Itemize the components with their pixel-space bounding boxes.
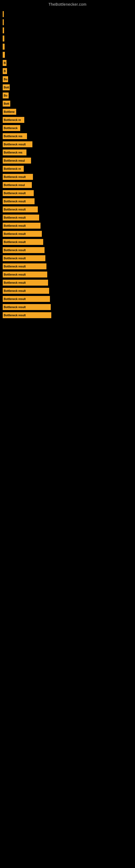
bar-row: Bottleneck result — [3, 230, 135, 238]
bar-row — [3, 10, 135, 18]
bar-row: Bottleneck result — [3, 222, 135, 229]
bar-label: Bottleneck resul — [4, 159, 25, 162]
bar-row: Bottleneck result — [3, 246, 135, 254]
bar: Bottleneck result — [3, 247, 45, 253]
bar-label: Bottleneck result — [4, 143, 26, 146]
bar: Bottleneck result — [3, 141, 32, 147]
bar: Bottleneck result — [3, 239, 43, 245]
bar-row: Bo — [3, 75, 135, 83]
page-wrapper: TheBottlenecker.com BBBoBottBoBottBottle… — [0, 0, 135, 322]
bar: Bottleneck result — [3, 304, 51, 310]
bar: Bottleneck result — [3, 288, 49, 294]
bar: Bottleneck result — [3, 272, 47, 278]
bar-label: Bo — [4, 78, 7, 81]
bar-label: Bottleneck result — [4, 232, 26, 236]
bar: Bottleneck result — [3, 215, 39, 220]
bar-row: Bott — [3, 84, 135, 91]
bar-row: Bottleneck result — [3, 206, 135, 213]
bar-row: Bottleneck res — [3, 132, 135, 140]
bar-row: Bottleneck result — [3, 189, 135, 197]
bar-label: Bottleneck result — [4, 208, 26, 211]
bar: Bottleneck result — [3, 280, 48, 286]
bar-row: B — [3, 59, 135, 67]
bar — [3, 11, 4, 17]
bar-row — [3, 51, 135, 59]
bar-row: Bottleneck re — [3, 165, 135, 173]
bar-label: Bottleneck result — [4, 224, 26, 227]
bar-row: Bottleneck result — [3, 295, 135, 303]
bar-label: Bottleneck result — [4, 265, 26, 268]
bar-label: Bott — [4, 86, 9, 89]
bar-label: Bottleneck re — [4, 119, 21, 122]
bar-label: Bo — [4, 94, 7, 97]
bar-label: Bottlene — [4, 111, 14, 113]
bar: Bottleneck res — [3, 150, 27, 155]
bar-row: Bottleneck result — [3, 303, 135, 311]
bar-label: Bottleneck result — [4, 298, 26, 301]
bar: Bottleneck result — [3, 264, 46, 269]
bar-row: Bottleneck result — [3, 141, 135, 148]
bar: Bottleneck resul — [3, 182, 32, 188]
bar-label: Bottleneck result — [4, 257, 26, 260]
bar: Bottleneck result — [3, 223, 41, 229]
bar-row: Bottleneck result — [3, 214, 135, 221]
bar: Bottleneck result — [3, 231, 42, 237]
bar-label: Bottleneck res — [4, 135, 22, 138]
bar — [3, 44, 5, 50]
bars-container: BBBoBottBoBottBottleneBottleneck reBottl… — [0, 8, 135, 322]
bar-label: Bott — [4, 102, 9, 105]
bar: Bottlene — [3, 109, 16, 115]
bar-label: Bottleneck result — [4, 289, 26, 292]
bar-label: Bottleneck result — [4, 249, 26, 252]
bar-label: Bottleneck result — [4, 200, 26, 203]
bar: Bottleneck resul — [3, 158, 31, 163]
bar: Bottleneck result — [3, 255, 45, 261]
bar-row: Bottleneck result — [3, 311, 135, 319]
bar-label: Bottleneck result — [4, 273, 26, 276]
bar-row: Bottleneck result — [3, 173, 135, 181]
bar: Bottleneck result — [3, 190, 34, 196]
bar-row: B — [3, 67, 135, 75]
bar-label: Bottleneck re — [4, 167, 21, 170]
bar-label: Bottleneck result — [4, 306, 26, 309]
bar-label: Bottleneck result — [4, 192, 26, 195]
bar-label: Bottleneck res — [4, 151, 22, 154]
bar-row: Bottleneck re — [3, 116, 135, 124]
bar — [3, 27, 4, 33]
bar: B — [3, 60, 6, 66]
bar-label: Bottleneck result — [4, 216, 26, 219]
bar: Bott — [3, 101, 10, 106]
bar: Bo — [3, 93, 9, 98]
bar-row: Bottleneck result — [3, 197, 135, 205]
bar: Bottleneck result — [3, 296, 50, 302]
bar — [3, 52, 5, 58]
bar-row: Bottleneck result — [3, 262, 135, 270]
bar-label: B — [4, 70, 6, 73]
bar — [3, 19, 4, 25]
bar-row: Bottleneck result — [3, 271, 135, 278]
bar-label: Bottleneck resul — [4, 184, 25, 187]
bar-label: B — [4, 62, 6, 65]
bar-row — [3, 27, 135, 34]
bar-label: Bottleneck result — [4, 314, 26, 317]
bar: Bottleneck result — [3, 312, 51, 318]
bar: Bottleneck re — [3, 166, 24, 172]
bar-row — [3, 43, 135, 51]
bar-row: Bo — [3, 92, 135, 99]
bar-row: Bottleneck result — [3, 238, 135, 246]
bar: Bottleneck — [3, 125, 20, 131]
bar-row: Bottlene — [3, 108, 135, 116]
bar-label: Bottleneck result — [4, 281, 26, 284]
bar: Bo — [3, 76, 8, 82]
bar: Bott — [3, 84, 10, 90]
bar-label: Bottleneck result — [4, 241, 26, 244]
bar-row: Bottleneck resul — [3, 157, 135, 164]
bar-row: Bottleneck — [3, 124, 135, 132]
bar — [3, 35, 4, 41]
bar-row — [3, 19, 135, 26]
bar-label: Bottleneck result — [4, 176, 26, 179]
bar: B — [3, 68, 7, 74]
site-title: TheBottlenecker.com — [0, 0, 135, 8]
bar: Bottleneck result — [3, 174, 33, 180]
bar: Bottleneck result — [3, 207, 38, 212]
